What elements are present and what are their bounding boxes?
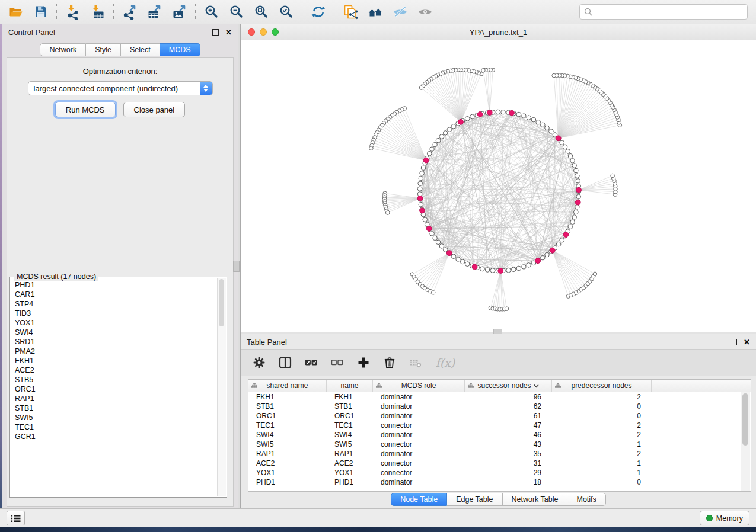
cell-predecessor_nodes: 1 [552,440,652,448]
table-row[interactable]: SWI4SWI4dominator462 [248,430,751,440]
cell-successor_nodes: 18 [465,478,552,486]
float-panel-icon[interactable] [212,29,219,36]
toolbar-zoom-in-button[interactable] [199,2,224,22]
tab-select[interactable]: Select [121,43,160,56]
mcds-result-item[interactable]: SWI4 [15,328,226,337]
table-row[interactable]: ORC1ORC1dominator610 [248,411,751,421]
toolbar-clone-network-button[interactable] [338,2,363,22]
mcds-result-item[interactable]: GCR1 [15,432,226,441]
table-row[interactable]: PHD1PHD1dominator180 [248,477,751,487]
optimization-select[interactable]: largest connected component (undirected) [28,81,213,95]
table-tab-edge-table[interactable]: Edge Table [447,493,502,506]
cell-mcds_role: connector [373,421,465,430]
toolbar-open-file-button[interactable] [4,2,28,22]
table-row[interactable]: STB1STB1dominator620 [248,402,751,411]
table-toolbar-deselect-all-button[interactable] [331,356,344,369]
search-box[interactable] [579,4,748,20]
toolbar-export-image-button[interactable] [167,2,192,22]
show-all-icon [417,4,433,20]
cell-mcds_role: dominator [373,402,465,411]
table-toolbar-add-row-button[interactable] [357,356,370,369]
vertical-split-grip[interactable] [233,261,240,272]
mcds-result-item[interactable]: SRD1 [15,337,226,347]
table-tab-network-table[interactable]: Network Table [503,493,568,506]
toolbar-zoom-selected-button[interactable] [274,2,299,22]
close-table-panel-icon[interactable]: ✕ [744,338,750,346]
table-row[interactable]: TEC1TEC1connector472 [248,421,751,430]
mcds-result-item[interactable]: YOX1 [15,318,226,328]
toggle-columns-icon [279,356,292,369]
run-mcds-button[interactable]: Run MCDS [55,102,116,117]
toolbar-zoom-out-button[interactable] [224,2,249,22]
table-toolbar-settings-button[interactable] [253,356,266,369]
table-toolbar: f(x) [241,349,756,376]
cell-successor_nodes: 29 [465,469,552,477]
table-scrollbar[interactable] [741,392,750,491]
desktop-wallpaper-bottom [0,527,756,532]
delete-table-icon [409,356,422,369]
mcds-result-item[interactable]: ORC1 [15,384,226,394]
table-toolbar-toggle-columns-button[interactable] [279,356,292,369]
tab-mcds[interactable]: MCDS [160,43,200,56]
table-row[interactable]: ACE2ACE2connector311 [248,459,751,468]
tab-style[interactable]: Style [86,43,121,56]
table-toolbar-select-all-button[interactable] [305,356,318,369]
toolbar-first-neighbors-button[interactable] [363,2,388,22]
column-header-predecessor-nodes[interactable]: predecessor nodes [552,380,652,392]
select-all-icon [305,356,318,369]
cell-shared_name: STB1 [248,402,327,411]
close-panel-button[interactable]: Close panel [123,102,186,117]
toolbar-save-button[interactable] [28,2,53,22]
column-header-MCDS-role[interactable]: MCDS role [373,380,465,392]
toolbar-zoom-fit-button[interactable] [249,2,274,22]
toolbar-refresh-view-button[interactable] [306,2,331,22]
table-row[interactable]: RAP1RAP1dominator352 [248,449,751,459]
toolbar-export-network-button[interactable] [117,2,142,22]
toolbar-import-network-button[interactable] [60,2,85,22]
network-canvas[interactable] [241,40,756,332]
mcds-result-item[interactable]: RAP1 [15,394,226,403]
table-row[interactable]: YOX1YOX1connector291 [248,468,751,477]
mcds-result-item[interactable]: STP4 [15,299,226,309]
table-row[interactable]: FKH1FKH1dominator962 [248,392,751,402]
mcds-result-item[interactable]: SWI5 [15,413,226,422]
mcds-result-item[interactable]: STB5 [15,375,226,384]
table-row[interactable]: SWI5SWI5connector431 [248,440,751,449]
mcds-result-scrollbar[interactable] [217,278,226,496]
mcds-result-item[interactable]: TEC1 [15,422,226,432]
column-header-name[interactable]: name [327,380,373,392]
column-header-shared-name[interactable]: shared name [248,380,327,392]
mcds-result-item[interactable]: PMA2 [15,347,226,356]
memory-button[interactable]: Memory [700,511,749,525]
show-panels-button[interactable] [7,511,25,525]
cell-shared_name: SWI5 [248,440,327,448]
toolbar-import-table-button[interactable] [85,2,110,22]
float-table-panel-icon[interactable] [731,339,737,345]
cell-name: TEC1 [327,421,373,430]
toolbar-hide-selected-button[interactable] [388,2,413,22]
table-toolbar-function-builder-button: f(x) [435,356,455,369]
table-header-row: shared namenameMCDS rolesuccessor nodesp… [248,380,751,392]
tab-network[interactable]: Network [40,43,86,56]
mcds-result-item[interactable]: TID3 [15,309,226,318]
search-input[interactable] [595,7,743,17]
mcds-result-item[interactable]: FKH1 [15,356,226,366]
mcds-result-list[interactable]: PHD1CAR1STP4TID3YOX1SWI4SRD1PMA2FKH1ACE2… [11,278,226,496]
close-panel-icon[interactable]: ✕ [225,28,232,36]
mcds-result-item[interactable]: ACE2 [15,366,226,375]
mcds-result-item[interactable]: STB1 [15,403,226,413]
table-toolbar-delete-row-button[interactable] [383,356,396,369]
mcds-result-item[interactable]: CAR1 [15,290,226,299]
toolbar-show-all-button[interactable] [413,2,438,22]
table-tab-motifs[interactable]: Motifs [567,493,605,506]
toolbar-separator [113,4,114,20]
column-type-icon [555,383,561,389]
cell-shared_name: SWI4 [248,431,327,439]
column-header-successor-nodes[interactable]: successor nodes [465,380,552,392]
toolbar-export-table-button[interactable] [142,2,167,22]
mcds-result-item[interactable]: PHD1 [15,280,226,290]
cell-name: ACE2 [327,459,373,467]
network-graph-svg[interactable] [241,40,756,332]
table-tab-node-table[interactable]: Node Table [391,493,447,506]
control-panel-titlebar: Control Panel ✕ [2,24,238,40]
